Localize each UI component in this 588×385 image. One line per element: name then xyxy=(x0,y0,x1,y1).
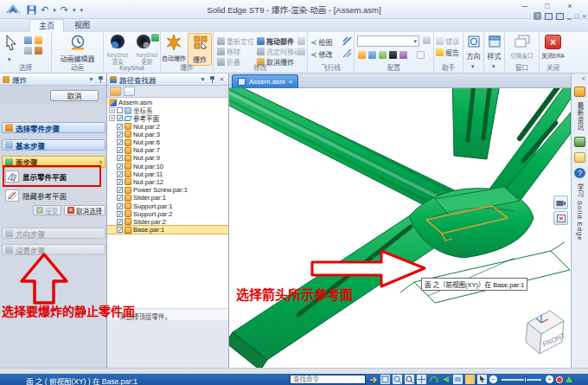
drag-component-button[interactable]: 拖动部件 xyxy=(257,36,294,46)
panel-menu-icon[interactable]: ▼ xyxy=(87,76,95,82)
errors-button[interactable]: 错误 xyxy=(436,36,459,46)
animation-editor-icon[interactable] xyxy=(70,35,86,50)
3d-canvas[interactable]: 选择箭头所示参考面 面 之（前视图(XY)）在 Base.par:1 xyxy=(229,88,571,368)
help-folder-icon[interactable] xyxy=(574,152,585,163)
expand-toggle-icon[interactable] xyxy=(109,115,115,121)
pathfinder-item[interactable]: Slider.par:1 xyxy=(107,194,228,202)
item-checkbox[interactable] xyxy=(117,107,123,113)
pathfinder-item[interactable]: Support.par:1 xyxy=(107,202,228,209)
select-tool-icon[interactable] xyxy=(477,375,487,384)
redo-dropdown-icon[interactable] xyxy=(73,3,76,16)
sidebar-tab-learn[interactable]: 学习 Solid Edge xyxy=(575,183,585,241)
modify-extra1-icon[interactable] xyxy=(297,37,305,45)
pathfinder-item[interactable]: Nut.par:2 xyxy=(107,123,228,131)
select-cursor-icon[interactable] xyxy=(5,35,18,52)
modify-extra2-icon[interactable] xyxy=(297,48,305,55)
doc-restore-icon[interactable]: □ xyxy=(574,12,578,20)
pathfinder-item[interactable]: Nut.par:7 xyxy=(107,146,228,154)
keyshot-update-button[interactable]: KeyShot更新 xyxy=(133,52,161,65)
config-new-icon[interactable] xyxy=(358,51,366,59)
go-arrow-icon[interactable] xyxy=(369,375,378,384)
item-checkbox[interactable] xyxy=(117,139,123,145)
locate-icon[interactable] xyxy=(35,47,42,55)
cascade-window-icon[interactable] xyxy=(545,13,553,20)
remove-button[interactable]: 移除 xyxy=(217,47,240,56)
select-clear-icon[interactable] xyxy=(24,47,32,55)
document-tab-assem[interactable]: Assem.asm × xyxy=(232,74,298,88)
pathfinder-item[interactable]: Power Screw.par:1 xyxy=(107,186,228,194)
select-options-icon[interactable] xyxy=(35,36,42,44)
orientation-dropdown-icon[interactable] xyxy=(471,60,475,72)
item-checkbox[interactable] xyxy=(117,203,123,209)
doc-close-icon[interactable]: × xyxy=(582,12,586,20)
keyshot-update-icon[interactable] xyxy=(135,34,152,51)
save-icon[interactable] xyxy=(27,5,36,15)
fit-view-icon[interactable] xyxy=(380,375,390,384)
deselect-button[interactable]: ✕ 取消选择 xyxy=(64,205,105,215)
close-era-button[interactable]: 关闭ERA xyxy=(540,51,566,60)
auto-explode-icon[interactable] xyxy=(166,35,182,50)
item-checkbox[interactable] xyxy=(117,164,123,170)
tab-view[interactable]: 视图 xyxy=(66,19,99,32)
document-tab-close-icon[interactable]: × xyxy=(289,78,293,86)
pathfinder-tree-tab[interactable] xyxy=(110,87,121,96)
view-styles-icon[interactable] xyxy=(465,375,475,384)
switch-window-icon[interactable] xyxy=(514,35,530,48)
pathfinder-flat-tab[interactable] xyxy=(124,87,135,96)
help-icon[interactable]: ? xyxy=(534,12,541,20)
auto-explode-button[interactable]: 自动爆炸 xyxy=(161,54,187,62)
flight-draw-button[interactable]: ≺ 绘图 xyxy=(310,37,333,47)
accept-button[interactable]: ✓ 接受 xyxy=(33,205,61,215)
config-check-icon[interactable] xyxy=(417,51,425,59)
reposition-button[interactable]: 重新定位 xyxy=(217,36,254,46)
zoom-out-icon[interactable]: − xyxy=(489,375,497,383)
pathfinder-item[interactable]: 坐标系 xyxy=(107,106,228,114)
news-panel-icon[interactable] xyxy=(574,87,585,97)
undo-dropdown-icon[interactable] xyxy=(53,3,56,16)
orientation-icon[interactable] xyxy=(468,35,480,48)
collapse-step-icon[interactable]: « xyxy=(96,160,104,164)
view-cube[interactable]: FRONT xyxy=(515,304,569,361)
configuration-combobox[interactable] xyxy=(357,35,419,47)
move-selected-button[interactable]: 选定时移动 xyxy=(257,47,301,56)
item-checkbox[interactable] xyxy=(117,132,123,138)
hide-reference-planes-option[interactable]: 隐藏参考平面 xyxy=(5,188,102,203)
switch-window-button[interactable]: 切换窗口 xyxy=(505,51,539,60)
item-checkbox[interactable] xyxy=(117,219,123,225)
command-search-input[interactable] xyxy=(290,375,366,384)
gallery-icon[interactable] xyxy=(574,137,585,147)
qat-customize-icon[interactable] xyxy=(80,3,83,16)
select-filter-icon[interactable] xyxy=(24,36,32,44)
expand-toggle-icon[interactable] xyxy=(109,107,115,113)
undo-icon[interactable] xyxy=(41,4,48,15)
pathfinder-item[interactable]: Nut.par:11 xyxy=(107,170,228,178)
camera-view-button[interactable] xyxy=(553,196,568,209)
pathfinder-item[interactable]: 参考平面 xyxy=(107,114,228,122)
close-button[interactable] xyxy=(564,2,576,10)
item-checkbox[interactable] xyxy=(117,187,123,193)
tab-home[interactable]: 主页 xyxy=(29,19,64,32)
pathfinder-item[interactable]: Support.par:2 xyxy=(107,210,228,218)
pathfinder-item[interactable]: Base.par:1 xyxy=(107,226,228,234)
item-checkbox[interactable] xyxy=(117,147,123,153)
style-dropdown-icon[interactable] xyxy=(492,60,495,72)
pathfinder-pin-icon[interactable] xyxy=(209,76,215,83)
named-views-icon[interactable] xyxy=(453,375,463,384)
flight-line-style1-icon[interactable] xyxy=(342,36,352,46)
step-basic[interactable]: 基本步骤 xyxy=(2,139,105,151)
item-checkbox[interactable] xyxy=(117,115,123,121)
rotate-icon[interactable] xyxy=(429,375,438,384)
pathfinder-item[interactable]: Nut.par:9 xyxy=(107,154,228,162)
step-direction[interactable]: 方向步骤 xyxy=(2,228,105,239)
zoom-slider-handle[interactable] xyxy=(524,376,527,383)
pan-icon[interactable] xyxy=(417,375,426,384)
keyshot-render-button[interactable]: KeyShot渲染 xyxy=(104,52,131,65)
config-delete-icon[interactable] xyxy=(399,51,407,59)
look-at-face-icon[interactable] xyxy=(441,375,451,384)
item-checkbox[interactable] xyxy=(117,227,123,233)
sidebar-tab-news[interactable]: 最新资讯 xyxy=(575,102,585,132)
style-icon[interactable] xyxy=(489,35,501,48)
pathfinder-item[interactable]: Nut.par:3 xyxy=(107,131,228,138)
camera-icon[interactable] xyxy=(389,51,397,59)
cancel-button[interactable]: 取消 xyxy=(50,90,99,101)
